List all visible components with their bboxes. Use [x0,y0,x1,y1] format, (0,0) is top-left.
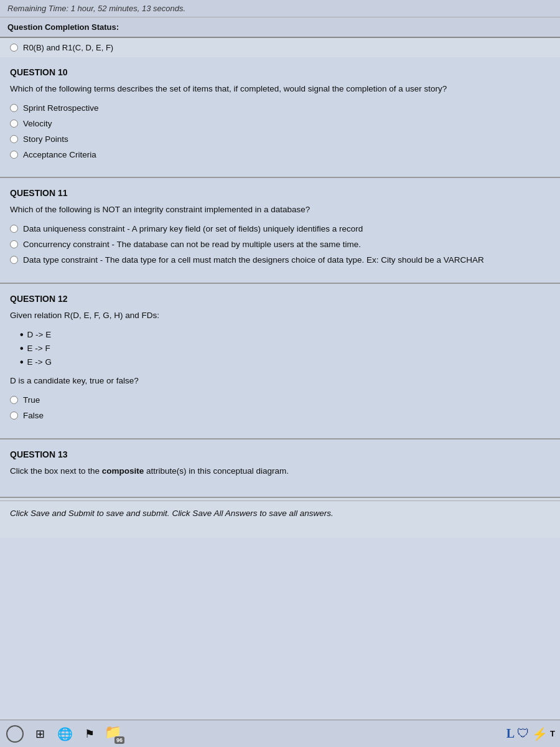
badge-container: 📁 96 [105,724,124,744]
taskbar-right-section: L 🛡 ⚡ T [506,726,555,741]
footer-text: Click Save and Submit to save and submit… [0,500,560,525]
question-10-block: QUESTION 10 Which of the following terms… [0,57,560,178]
bullet-2-text: E -> F [27,344,50,353]
top-bar: Remaining Time: 1 hour, 52 minutes, 13 s… [0,0,560,17]
question-10-text: Which of the following terms describes t… [10,83,550,95]
question-12-subtext: D is a candidate key, true or false? [10,375,550,387]
q10-option-4-text: Acceptance Criteria [23,149,96,161]
q12-option-true-text: True [23,395,40,406]
q11-option-1: Data uniqueness constraint - A primary k… [10,223,550,235]
taskbar-shield-icon: 🛡 [517,726,530,741]
q10-option-4: Acceptance Criteria [10,149,550,161]
grid-icon: ⊞ [35,727,45,741]
taskbar-letter-l: L [506,726,515,741]
bullet-2: • E -> F [20,343,550,354]
taskbar-badge-96[interactable]: 📁 96 [105,724,124,744]
q11-radio-2[interactable] [10,240,18,248]
q10-radio-3[interactable] [10,135,18,143]
bullet-3-text: E -> G [27,357,52,367]
question-12-intro: Given relation R(D, E, F, G, H) and FDs: [10,310,550,322]
status-radio[interactable] [10,44,18,52]
taskbar-start-circle[interactable] [5,724,25,744]
taskbar-grid-icon[interactable]: ⊞ [30,724,50,744]
question-11-text: Which of the following is NOT an integri… [10,204,550,216]
q10-option-1-text: Sprint Retrospective [23,103,99,115]
question-11-block: QUESTION 11 Which of the following is NO… [0,178,560,284]
taskbar-lightning-icon: ⚡ [532,726,548,741]
question-13-block: QUESTION 13 Click the box next to the co… [0,439,560,499]
q12-option-false: False [10,410,550,422]
q10-radio-4[interactable] [10,151,18,159]
q10-option-3: Story Points [10,134,550,146]
question-10-label: QUESTION 10 [10,67,550,77]
flag-icon: ⚑ [85,727,95,741]
q11-option-2-text: Concurrency constraint - The database ca… [23,239,361,251]
completion-status-bar: Question Completion Status: [0,17,560,38]
bullet-dot-1: • [20,329,24,341]
q11-option-2: Concurrency constraint - The database ca… [10,239,550,251]
question-13-text-after: attribute(s) in this conceptual diagram. [144,466,289,476]
badge-number: 96 [114,736,124,744]
start-circle-icon [6,725,24,743]
remaining-time: Remaining Time: 1 hour, 52 minutes, 13 s… [7,4,185,13]
q12-radio-true[interactable] [10,396,18,404]
taskbar-flag-icon[interactable]: ⚑ [80,724,100,744]
taskbar: ⊞ 🌐 ⚑ 📁 96 L 🛡 ⚡ T [0,720,560,747]
q10-radio-2[interactable] [10,120,18,128]
q10-radio-1[interactable] [10,104,18,112]
question-11-label: QUESTION 11 [10,188,550,198]
q11-option-3: Data type constraint - The data type for… [10,255,550,266]
q10-option-2: Velocity [10,118,550,130]
q10-option-2-text: Velocity [23,118,52,130]
q11-option-3-text: Data type constraint - The data type for… [23,255,484,266]
question-12-label: QUESTION 12 [10,294,550,304]
completion-status-label: Question Completion Status: [7,22,119,32]
q12-radio-false[interactable] [10,411,18,420]
q12-option-true: True [10,395,550,406]
taskbar-edge-icon[interactable]: 🌐 [55,724,75,744]
footer-content: Click Save and Submit to save and submit… [10,509,334,518]
status-option-row: R0(B) and R1(C, D, E, F) [0,38,560,57]
question-13-label: QUESTION 13 [10,449,550,459]
question-12-bullets: • D -> E • E -> F • E -> G [20,329,550,368]
q10-option-1: Sprint Retrospective [10,103,550,115]
q12-option-false-text: False [23,410,44,422]
taskbar-t-label: T [550,729,555,738]
bullet-1: • D -> E [20,329,550,341]
bullet-3: • E -> G [20,357,550,368]
status-option-text: R0(B) and R1(C, D, E, F) [23,43,113,52]
bullet-dot-3: • [20,357,24,368]
q11-radio-1[interactable] [10,225,18,233]
edge-icon: 🌐 [57,726,73,741]
q10-option-3-text: Story Points [23,134,68,146]
bullet-1-text: D -> E [27,330,52,339]
q11-radio-3[interactable] [10,256,18,264]
bullet-dot-2: • [20,343,24,354]
question-13-text: Click the box next to the composite attr… [10,466,550,477]
question-13-bold: composite [102,466,144,476]
question-13-text-before: Click the box next to the [10,466,102,476]
q11-option-1-text: Data uniqueness constraint - A primary k… [23,223,363,235]
question-12-block: QUESTION 12 Given relation R(D, E, F, G,… [0,284,560,439]
